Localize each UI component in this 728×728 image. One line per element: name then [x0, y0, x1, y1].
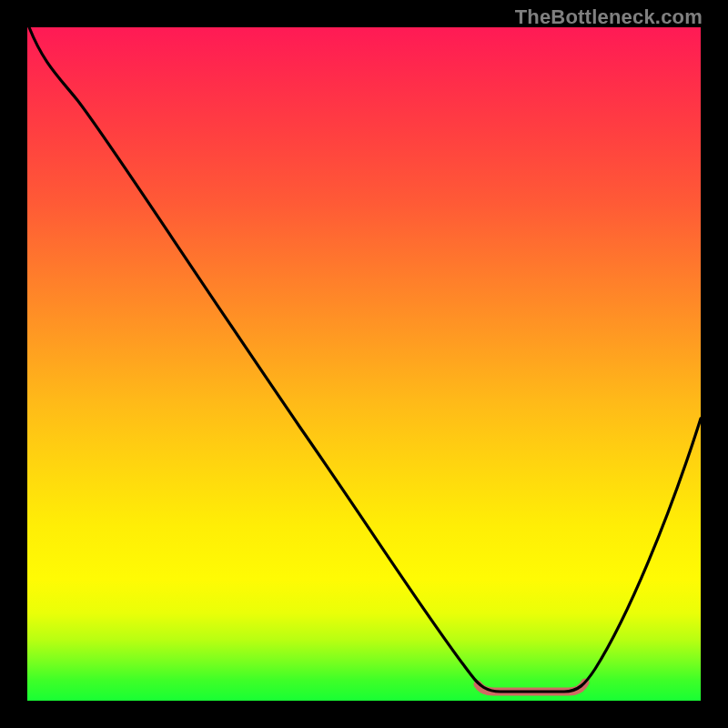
chart-frame: TheBottleneck.com: [0, 0, 728, 728]
bottleneck-curve: [29, 27, 701, 692]
watermark-text: TheBottleneck.com: [515, 5, 703, 29]
curve-layer: [27, 27, 701, 701]
plot-area: [27, 27, 701, 701]
